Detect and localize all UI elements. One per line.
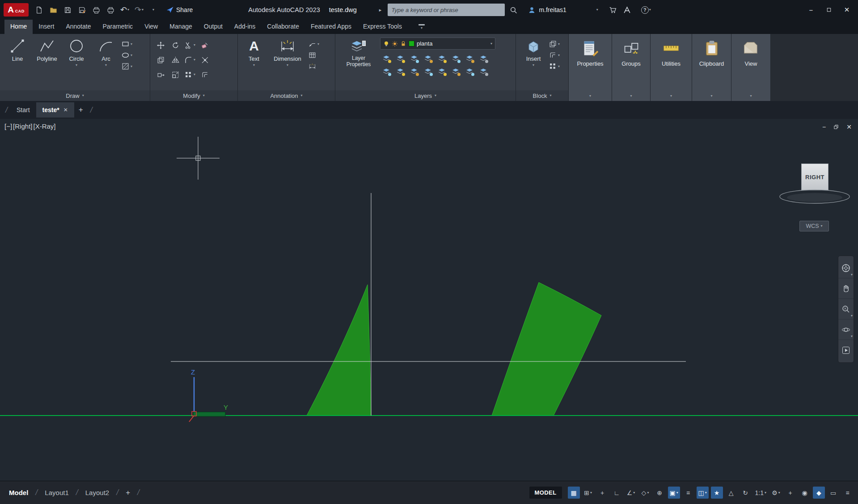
dynamic-input-icon[interactable]: +▾ — [596, 487, 609, 499]
rectangle-button[interactable]: ▾ — [122, 40, 132, 48]
ribbon-tab[interactable]: Annotate — [60, 20, 97, 34]
undo-button[interactable]: ↶▾ — [119, 4, 131, 16]
fillet-button[interactable]: ▾ — [183, 53, 197, 67]
viewport-minimize-icon[interactable]: − — [822, 123, 826, 130]
redo-button[interactable]: ↷▾ — [133, 4, 145, 16]
ucs-icon[interactable]: Z Y — [189, 368, 228, 422]
modify-panel-label[interactable]: Modify▾ — [150, 90, 237, 101]
annotation-monitor-icon[interactable]: ★▾ — [711, 487, 723, 499]
polyline-button[interactable]: Polyline — [33, 36, 61, 90]
layer-on-icon[interactable] — [435, 52, 448, 64]
viewcube-compass-ring[interactable] — [778, 185, 851, 208]
annotation-panel-label[interactable]: Annotation▾ — [238, 90, 335, 101]
layer-current-icon[interactable] — [394, 65, 406, 77]
close-tab-icon[interactable]: ✕ — [63, 107, 68, 113]
circle-button[interactable]: Circle▾ — [63, 36, 90, 90]
selection-cycling-icon[interactable]: ◫▾ — [697, 487, 709, 499]
green-surface-right[interactable] — [492, 282, 601, 416]
layer-copy-icon[interactable] — [408, 65, 420, 77]
ribbon-display-toggle[interactable]: ▾ — [414, 20, 429, 34]
full-navigation-wheel-button[interactable]: ▾ — [838, 258, 854, 278]
stretch-button[interactable] — [154, 68, 167, 81]
rotate-button[interactable] — [169, 38, 182, 52]
workspace-switching-icon[interactable]: ⚙▾ — [770, 487, 782, 499]
dimension-style-button[interactable] — [309, 63, 319, 70]
app-store-button[interactable] — [607, 4, 619, 16]
view-panel-button[interactable]: View▾ — [731, 34, 771, 101]
ortho-mode-icon[interactable]: ∟▾ — [611, 487, 623, 499]
hatch-button[interactable]: ▾ — [122, 63, 132, 70]
drawing-area[interactable]: Z Y [−] [Right] [X-Ray] − ✕ RIGHT — [0, 119, 858, 481]
dimension-button[interactable]: Dimension▾ — [268, 36, 307, 90]
layer-freeze-icon[interactable] — [408, 52, 420, 64]
copy-button[interactable] — [154, 53, 167, 67]
customize-menu-icon[interactable]: ≡▾ — [841, 487, 854, 499]
maximize-window-button[interactable] — [821, 3, 837, 17]
trim-button[interactable]: ▾ — [183, 38, 197, 52]
isometric-drafting-icon[interactable]: ◇▾ — [639, 487, 651, 499]
minimize-window-button[interactable]: − — [803, 3, 819, 17]
viewport-view-control[interactable]: [Right] — [13, 122, 32, 130]
layer-isolate-icon[interactable] — [394, 52, 406, 64]
layer-off-icon[interactable] — [380, 52, 392, 64]
layer-dropdown[interactable]: planta ▾ — [380, 38, 495, 50]
layers-panel-label[interactable]: Layers▾ — [335, 90, 516, 101]
polar-tracking-icon[interactable]: ∠▾ — [625, 487, 637, 499]
move-button[interactable] — [154, 38, 167, 52]
grid-display-icon[interactable]: ▦▾ — [568, 487, 580, 499]
ribbon-tab[interactable]: Collaborate — [261, 20, 305, 34]
isolate-objects-icon[interactable]: ◉▾ — [799, 487, 811, 499]
plot-button[interactable] — [90, 4, 102, 16]
layer-unlock-icon[interactable] — [477, 52, 489, 64]
viewport-visual-style-control[interactable]: [X-Ray] — [33, 122, 55, 130]
explode-button[interactable] — [198, 53, 211, 67]
layer-walk-icon[interactable] — [422, 65, 434, 77]
save-as-button[interactable] — [76, 4, 88, 16]
ribbon-tab[interactable]: Featured Apps — [305, 20, 357, 34]
viewport-close-icon[interactable]: ✕ — [846, 123, 852, 130]
ribbon-tab[interactable]: Manage — [164, 20, 198, 34]
array-button[interactable]: ▾ — [183, 68, 197, 81]
annotation-scale-icon[interactable]: 1:1▾ — [754, 487, 768, 499]
ribbon-tab[interactable]: Insert — [33, 20, 60, 34]
text-button[interactable]: AText▾ — [241, 36, 266, 90]
new-drawing-tab-button[interactable]: + — [74, 105, 88, 114]
document-tab-teste[interactable]: teste*✕ — [36, 102, 74, 118]
viewport-minimize-control[interactable]: [−] — [4, 122, 12, 130]
lineweight-icon[interactable]: ≡▾ — [682, 487, 694, 499]
clipboard-panel-button[interactable]: Clipboard▾ — [692, 34, 731, 101]
viewport-restore-icon[interactable] — [833, 124, 839, 130]
mirror-button[interactable] — [169, 53, 182, 67]
draw-panel-label[interactable]: Draw▾ — [0, 90, 150, 101]
model-space-button[interactable]: MODEL — [529, 487, 562, 499]
qat-customize-button[interactable]: ▾ — [148, 4, 159, 16]
osnap-tracking-icon[interactable]: ⊕▾ — [654, 487, 666, 499]
share-button[interactable]: Share — [166, 6, 193, 13]
table-button[interactable] — [309, 51, 319, 59]
ribbon-tab[interactable]: Output — [198, 20, 228, 34]
close-window-button[interactable]: ✕ — [839, 3, 854, 17]
open-file-button[interactable] — [47, 4, 59, 16]
groups-panel-button[interactable]: Groups▾ — [612, 34, 651, 101]
multileader-button[interactable]: ▾ — [309, 40, 319, 48]
autodesk-account-button[interactable] — [621, 4, 633, 16]
write-block-icon[interactable]: ▾ — [549, 51, 560, 59]
show-motion-button[interactable] — [838, 340, 854, 361]
ribbon-tab[interactable]: Express Tools — [357, 20, 408, 34]
new-file-button[interactable] — [33, 4, 45, 16]
annotation-autoscale-icon[interactable]: ↻▾ — [740, 487, 752, 499]
print-button[interactable] — [105, 4, 116, 16]
ribbon-tab[interactable]: Home — [4, 20, 33, 34]
layer-unisolate-icon[interactable] — [449, 52, 461, 64]
pan-button[interactable] — [838, 278, 854, 299]
model-space-viewport[interactable]: Z Y — [0, 119, 858, 481]
new-layout-button[interactable]: + — [121, 488, 135, 497]
user-menu[interactable]: m.freitas1 ▾ — [528, 6, 598, 14]
model-tab[interactable]: Model — [4, 489, 33, 496]
save-button[interactable] — [62, 4, 73, 16]
search-button[interactable] — [507, 4, 519, 16]
orbit-button[interactable]: ▾ — [838, 319, 854, 340]
layout1-tab[interactable]: Layout1 — [40, 489, 73, 496]
ribbon-tab[interactable]: View — [139, 20, 164, 34]
graphics-performance-icon[interactable]: ◆▾ — [813, 487, 825, 499]
